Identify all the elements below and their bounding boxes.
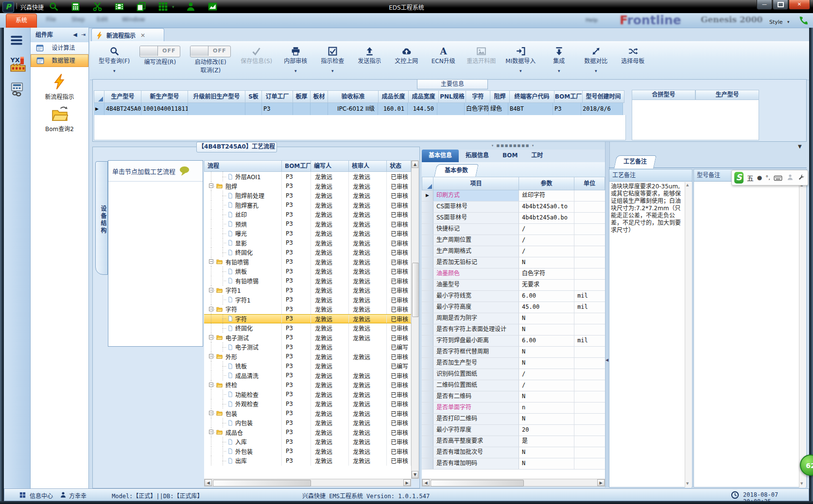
person-icon[interactable] bbox=[787, 174, 794, 182]
tree-row-阻焊[interactable]: −阻焊P3龙敦远龙敦远已审核 bbox=[204, 182, 411, 191]
panel-drag-handle[interactable]: ▾ ■■■■■■■■ ▾ bbox=[491, 144, 536, 148]
dock-right-icon[interactable]: ⇥ bbox=[81, 28, 86, 42]
param-value[interactable]: N bbox=[519, 324, 574, 335]
scroll-thumb[interactable] bbox=[213, 480, 311, 487]
tree-node[interactable]: −外形 bbox=[204, 352, 282, 362]
tree-node[interactable]: 阻焊前处理 bbox=[204, 191, 282, 201]
param-row-识别码位置图纸[interactable]: 识别码位置图纸/ bbox=[422, 369, 605, 380]
tree-node[interactable]: −阻焊 bbox=[204, 182, 282, 191]
tab-craft-remarks[interactable]: 工艺备注 bbox=[614, 155, 657, 168]
tab-new-flow-instruction[interactable]: 新流程指示 ✕ bbox=[91, 28, 164, 42]
param-row-是否有二维码[interactable]: 是否有二维码N bbox=[422, 391, 605, 403]
tree-node[interactable]: −成品仓 bbox=[204, 428, 282, 437]
tab-device-structure[interactable]: 设备结构 bbox=[95, 161, 108, 275]
tree-node[interactable]: 外层AOI1 bbox=[204, 172, 282, 182]
param-value[interactable]: N bbox=[519, 458, 574, 469]
ribbon-button-6[interactable]: 指示检查▾ bbox=[314, 44, 351, 74]
tree-node[interactable]: 出库 bbox=[204, 456, 282, 466]
param-column-header-2[interactable]: 参数 bbox=[519, 177, 574, 190]
param-row-最小字符线宽[interactable]: 最小字符线宽6.00mil bbox=[422, 291, 605, 302]
param-row-生产周期位置[interactable]: 生产周期位置/ bbox=[422, 235, 605, 246]
tab-基本信息[interactable]: 基本信息 bbox=[422, 150, 459, 162]
column-header-1[interactable]: 生产型号 bbox=[104, 90, 141, 103]
select-all-corner[interactable] bbox=[422, 177, 433, 190]
tree-row-阻焊塞孔[interactable]: 阻焊塞孔P3龙敦远龙敦远已审核 bbox=[204, 201, 411, 210]
column-header-4[interactable]: S板 bbox=[245, 90, 262, 103]
sidebar-item-design-algorithm[interactable]: 设计算法 bbox=[31, 42, 88, 54]
tree-expander-icon[interactable]: − bbox=[209, 288, 213, 292]
tree-node[interactable]: 有铅喷锡 bbox=[204, 276, 282, 286]
tree-row-电子测试[interactable]: −电子测试P3龙敦远龙敦远已审核 bbox=[204, 333, 411, 343]
wrench-icon[interactable] bbox=[797, 174, 805, 182]
info-center-icon[interactable] bbox=[19, 491, 27, 499]
ime-fullwidth-icon[interactable]: ● bbox=[757, 174, 762, 181]
column-header-8[interactable]: 验收标准 bbox=[328, 90, 379, 103]
param-row-是否高平整度要求[interactable]: 是否高平整度要求是 bbox=[422, 436, 605, 447]
param-column-header-3[interactable]: 单位 bbox=[574, 177, 605, 190]
param-row-二维码位置图纸[interactable]: 二维码位置图纸/ bbox=[422, 380, 605, 391]
param-value[interactable]: 无要求 bbox=[519, 280, 574, 290]
param-row-是否有增加批次号[interactable]: 是否有增加批次号N bbox=[422, 447, 605, 458]
film-icon[interactable] bbox=[114, 1, 125, 12]
ribbon-button-11[interactable]: MI数据导入▾ bbox=[501, 44, 540, 74]
search-icon[interactable] bbox=[49, 1, 59, 12]
column-header-15[interactable]: BOM工厂 bbox=[554, 90, 583, 103]
keyboard-icon[interactable] bbox=[774, 174, 783, 182]
ribbon-button-sublabel[interactable]: 取消(Z) bbox=[200, 67, 221, 75]
person-icon[interactable] bbox=[186, 1, 196, 12]
param-value[interactable]: / bbox=[519, 380, 574, 391]
tree-row-成品仓[interactable]: −成品仓P3龙敦远龙敦远已审核 bbox=[204, 428, 411, 437]
param-row-是否打印二维码[interactable]: 是否打印二维码N bbox=[422, 414, 605, 425]
param-value[interactable]: / bbox=[519, 369, 574, 380]
param-row-油墨型号[interactable]: 油墨型号无要求 bbox=[422, 280, 605, 291]
param-value[interactable]: 4b4bt245a0.bo bbox=[519, 213, 574, 223]
param-row-油墨颜色[interactable]: 油墨颜色白色字符 bbox=[422, 269, 605, 280]
tab-工时[interactable]: 工时 bbox=[524, 150, 550, 162]
tree-node[interactable]: −电子测试 bbox=[204, 333, 282, 343]
column-header-3[interactable]: 升级前旧生产型号 bbox=[188, 90, 245, 103]
param-value[interactable]: 45.00 bbox=[519, 302, 574, 313]
collapse-left-icon[interactable]: ◀ bbox=[73, 28, 77, 42]
param-row-是否有字符上表面处理设计[interactable]: 是否有字符上表面处理设计N bbox=[422, 324, 605, 336]
tree-row-功能检查[interactable]: 功能检查P3龙敦远龙敦远已审核 bbox=[204, 390, 411, 400]
ime-toolbar[interactable]: S 五 ● °, bbox=[731, 170, 808, 185]
column-header-11[interactable]: PNL规格 bbox=[439, 90, 466, 103]
tree-row-外观检查[interactable]: 外观检查P3龙敦远龙敦远已审核 bbox=[204, 399, 411, 409]
tree-row-字符1[interactable]: 字符1P3龙敦远龙敦远已审核 bbox=[204, 295, 411, 305]
param-value[interactable]: 丝印字符 bbox=[519, 190, 574, 201]
scissors-icon[interactable] bbox=[92, 1, 103, 12]
sidebar-tool-bom-query[interactable]: Bom查询2 bbox=[31, 105, 88, 133]
column-header-13[interactable]: 阻焊 bbox=[490, 90, 510, 103]
param-row-字符到焊盘最小距离[interactable]: 字符到焊盘最小距离6.00mil bbox=[422, 336, 605, 347]
tree-expander-icon[interactable]: − bbox=[209, 411, 213, 415]
param-row-生产周期格式[interactable]: 生产周期格式/ bbox=[422, 246, 605, 257]
tree-row-铣板[interactable]: 铣板P3龙敦远已编写 bbox=[204, 361, 411, 371]
minimize-button[interactable]: — bbox=[757, 0, 772, 10]
column-header-9[interactable]: 成品长度 bbox=[379, 90, 409, 103]
toggle-off-switch[interactable]: OFF bbox=[190, 46, 231, 57]
tree-node[interactable]: 丝印 bbox=[204, 210, 282, 219]
param-row-是否加无铅标记[interactable]: 是否加无铅标记N bbox=[422, 257, 605, 269]
ribbon-button-2[interactable]: OFF编写流程(R) bbox=[135, 44, 185, 67]
param-value[interactable]: 白色字符 bbox=[519, 269, 574, 279]
yx-factory-icon[interactable]: YX bbox=[10, 54, 24, 74]
toggle-knob[interactable] bbox=[140, 46, 158, 56]
tree-row-包装[interactable]: −包装P3龙敦远龙敦远已审核 bbox=[204, 409, 411, 419]
param-row-周期是否为阴字[interactable]: 周期是否为阴字N bbox=[422, 313, 605, 324]
calculator-icon[interactable] bbox=[70, 1, 81, 12]
tree-node[interactable]: 阻焊塞孔 bbox=[204, 201, 282, 210]
column-header-6[interactable]: 板厚 bbox=[293, 90, 311, 103]
column-header-7[interactable]: 板材 bbox=[311, 90, 328, 103]
param-value[interactable]: N bbox=[519, 358, 574, 369]
ribbon-button-12[interactable]: 集成▾ bbox=[540, 44, 577, 74]
param-row-CS面菲林号[interactable]: CS面菲林号4b4bt245a0.to bbox=[422, 202, 605, 213]
remarks-collapse-icon[interactable]: ▼ bbox=[798, 144, 802, 149]
toggle-knob[interactable] bbox=[190, 46, 208, 56]
tree-node[interactable]: −包装 bbox=[204, 409, 282, 419]
param-value[interactable]: / bbox=[519, 235, 574, 246]
param-value[interactable]: / bbox=[519, 246, 574, 257]
param-value[interactable]: 20 bbox=[519, 425, 574, 436]
tree-node[interactable]: −终检 bbox=[204, 380, 282, 390]
craft-remark-textarea[interactable]: 油块块厚度要求20-35um,或其它粘度等要求，能够保证组装生产雕刻使用；白油块… bbox=[609, 182, 692, 487]
param-row-是否加生产型号[interactable]: 是否加生产型号N bbox=[422, 358, 605, 369]
